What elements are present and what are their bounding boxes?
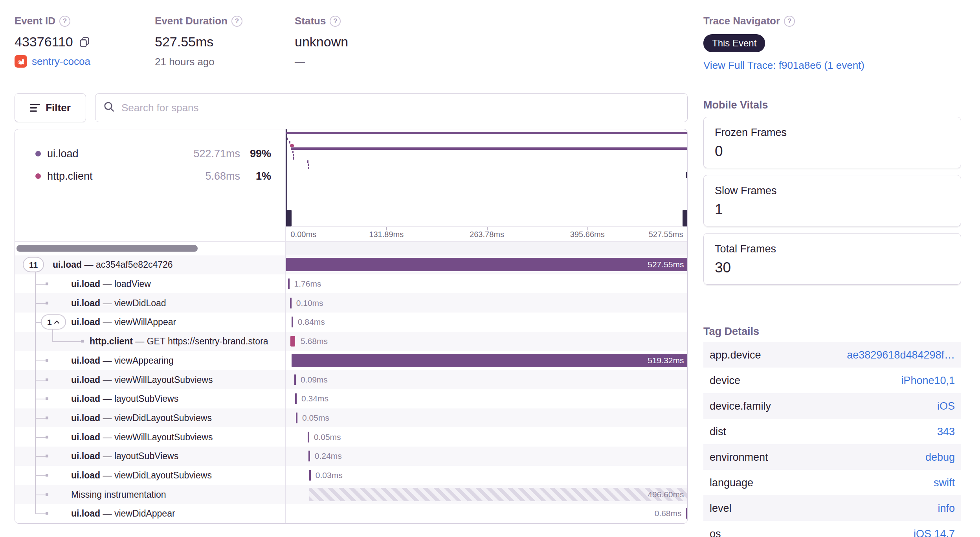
help-icon[interactable]: ?: [231, 16, 242, 27]
tree-connector: [35, 284, 46, 285]
span-count-badge[interactable]: 11: [23, 257, 44, 272]
span-row[interactable]: ui.load — viewDidLoad0.10ms: [15, 293, 687, 313]
span-row[interactable]: 11ui.load — ac354af5e82c4726527.55ms: [15, 255, 687, 274]
span-row[interactable]: ui.load — viewAppearing519.32ms: [15, 351, 687, 370]
tag-value-link[interactable]: info: [938, 502, 955, 514]
help-icon[interactable]: ?: [59, 16, 70, 27]
span-row[interactable]: ui.load — viewDidAppear0.68ms: [15, 504, 687, 523]
tag-key: app.device: [710, 349, 761, 361]
span-graph-cell: 496.60ms: [286, 485, 688, 504]
event-id-value: 43376110: [15, 34, 73, 50]
tag-row: levelinfo: [703, 495, 961, 521]
vital-card-title: Total Frames: [715, 243, 776, 255]
collapse-children-button[interactable]: 1: [41, 314, 66, 330]
axis-tick-label: 395.66ms: [570, 230, 605, 239]
span-duration-label: 0.09ms: [301, 375, 328, 384]
filter-icon: [30, 104, 40, 112]
tree-connector-end: [46, 302, 48, 304]
span-tree-cell: 11ui.load — ac354af5e82c4726: [15, 255, 285, 274]
span-row[interactable]: 1ui.load — viewWillAppear0.84ms: [15, 313, 687, 332]
filter-button-label: Filter: [46, 102, 71, 114]
tree-connector: [35, 322, 41, 323]
tag-row: device.familyiOS: [703, 393, 961, 419]
trace-minimap[interactable]: [286, 129, 688, 226]
help-icon[interactable]: ?: [784, 16, 795, 27]
tag-key: environment: [710, 451, 768, 463]
search-input[interactable]: [121, 101, 679, 114]
tag-value-link[interactable]: 343: [937, 425, 955, 438]
minimap-span-mark: [287, 138, 288, 140]
tag-value-link[interactable]: iOS: [937, 400, 955, 412]
span-duration-bar[interactable]: [295, 394, 297, 404]
tag-value-link[interactable]: iPhone10,1: [901, 374, 955, 386]
span-row-label: ui.load — viewWillLayoutSubviews: [71, 374, 213, 385]
tree-connector: [35, 437, 46, 438]
span-duration-bar[interactable]: [294, 374, 296, 385]
tag-value-link[interactable]: ae3829618d484298f…: [847, 349, 955, 361]
span-graph-cell: 0.05ms: [286, 408, 688, 428]
span-duration-bar[interactable]: 496.60ms: [309, 488, 688, 501]
sentry-event-detail-page: Event ID ? 43376110 sentry-cocoa Event D…: [0, 0, 980, 537]
span-row[interactable]: ui.load — layoutSubViews0.34ms: [15, 389, 687, 408]
span-row[interactable]: ui.load — layoutSubViews0.24ms: [15, 447, 687, 466]
legend-item-http.client[interactable]: http.client5.68ms1%: [15, 167, 285, 185]
this-event-badge: This Event: [703, 34, 765, 52]
span-duration-bar[interactable]: [290, 298, 292, 308]
span-duration-bar[interactable]: [290, 336, 295, 347]
minimap-span-mark: [286, 132, 688, 134]
help-icon[interactable]: ?: [330, 16, 341, 27]
span-tree-cell: ui.load — layoutSubViews: [15, 447, 285, 466]
span-row-label: Missing instrumentation: [71, 489, 166, 500]
minimap-span-mark: [293, 157, 294, 160]
span-tree-cell: Missing instrumentation: [15, 485, 285, 504]
tag-value-link[interactable]: iOS 14.7: [914, 528, 955, 537]
tag-key: level: [710, 502, 732, 514]
span-row[interactable]: Missing instrumentation496.60ms: [15, 485, 687, 504]
span-graph-cell: 527.55ms: [286, 255, 688, 274]
tag-value-link[interactable]: swift: [934, 476, 955, 489]
tree-connector: [35, 360, 46, 361]
span-duration-bar[interactable]: [288, 279, 290, 289]
span-duration-bar[interactable]: [308, 451, 310, 462]
span-duration-bar[interactable]: [309, 470, 311, 481]
tree-connector-end: [46, 378, 48, 381]
event-duration-value: 527.55ms: [155, 34, 213, 50]
span-tree-cell: ui.load — viewAppearing: [15, 351, 285, 370]
span-row-label: ui.load — viewDidLoad: [71, 298, 166, 308]
span-duration-bar[interactable]: [292, 317, 293, 327]
span-duration-bar[interactable]: [296, 412, 297, 423]
filter-button[interactable]: Filter: [15, 93, 86, 122]
tag-row: environmentdebug: [703, 444, 961, 470]
span-duration-bar[interactable]: [308, 432, 309, 442]
tree-waterfall-divider[interactable]: [285, 129, 286, 523]
project-link[interactable]: sentry-cocoa: [32, 55, 90, 68]
span-duration-bar[interactable]: 527.55ms: [286, 258, 688, 271]
chevron-up-icon: [54, 320, 60, 324]
minimap-left-handle[interactable]: [286, 129, 287, 226]
span-duration-label: 527.55ms: [648, 260, 684, 269]
span-graph-cell: 0.10ms: [286, 293, 688, 313]
span-duration-label: 0.84ms: [298, 317, 325, 327]
span-graph-cell: 0.24ms: [286, 447, 688, 466]
copy-icon[interactable]: [79, 36, 90, 48]
span-graph-cell: 519.32ms: [286, 351, 688, 370]
search-icon: [103, 101, 115, 114]
span-row[interactable]: ui.load — viewWillLayoutSubviews0.09ms: [15, 370, 687, 389]
span-duration-bar[interactable]: 519.32ms: [292, 354, 688, 367]
tag-row: dist343: [703, 419, 961, 444]
horizontal-scrollbar-thumb[interactable]: [17, 245, 198, 252]
tag-value-link[interactable]: debug: [925, 451, 955, 463]
span-row[interactable]: ui.load — viewWillLayoutSubviews0.05ms: [15, 427, 687, 447]
tree-connector: [35, 475, 46, 476]
span-row[interactable]: ui.load — loadView1.76ms: [15, 274, 687, 294]
span-row[interactable]: ui.load — viewDidLayoutSubviews0.03ms: [15, 466, 687, 485]
event-id-label: Event ID: [15, 15, 55, 27]
span-row[interactable]: ui.load — viewDidLayoutSubviews0.05ms: [15, 408, 687, 428]
view-full-trace-link[interactable]: View Full Trace: f901a8e6 (1 event): [703, 59, 864, 71]
span-tree-cell: 1ui.load — viewWillAppear: [15, 313, 285, 332]
legend-item-ui.load[interactable]: ui.load522.71ms99%: [15, 145, 285, 162]
span-search-box: [95, 93, 688, 122]
span-duration-bar[interactable]: [686, 508, 688, 519]
minimap-span-mark: [308, 167, 309, 169]
span-row[interactable]: http.client — GET https://sentry-brand.s…: [15, 332, 687, 351]
